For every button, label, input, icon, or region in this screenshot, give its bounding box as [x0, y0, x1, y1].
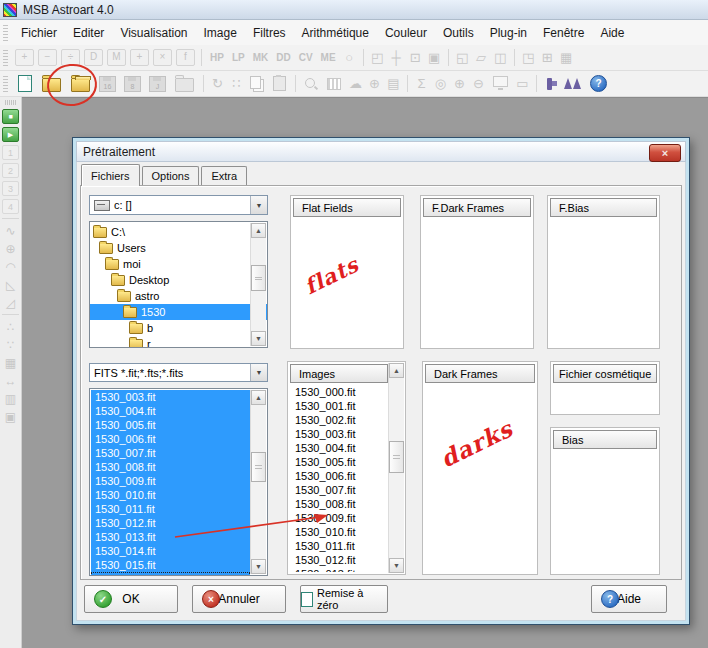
file-list[interactable]: 1530_003.fit1530_004.fit1530_005.fit1530…	[89, 388, 268, 576]
preset-2-button[interactable]: 2	[2, 163, 19, 178]
arc-select-button[interactable]: ◠	[2, 259, 19, 274]
dropdown-arrow-icon[interactable]: ▼	[250, 196, 267, 214]
function-button[interactable]: f	[176, 49, 195, 66]
preset-1-button[interactable]: 1	[2, 145, 19, 160]
zoom-in-button[interactable]: ⊕	[450, 75, 469, 93]
triangle-select-button[interactable]: ◺	[2, 277, 19, 292]
subtract-button[interactable]: −	[38, 49, 57, 66]
bias-header-button[interactable]: Bias	[553, 430, 657, 449]
save-16bit-button[interactable]: 16	[99, 76, 116, 92]
multiply-button[interactable]: ×	[153, 49, 172, 66]
crosshair-select-button[interactable]: ┼	[387, 49, 406, 67]
scroll-up-icon[interactable]: ▲	[389, 363, 404, 378]
curves-tool-button[interactable]: ∿	[2, 223, 19, 238]
scroll-down-icon[interactable]: ▼	[251, 559, 266, 574]
file-item[interactable]: 1530_012.fit	[91, 516, 250, 530]
rect-select-button[interactable]: ⊡	[406, 49, 425, 67]
tab-options[interactable]: Options	[142, 166, 200, 185]
file-item[interactable]: 1530_011.fit	[91, 502, 250, 516]
folder-tree-item[interactable]: Desktop	[90, 272, 267, 288]
scrollbar-thumb[interactable]	[389, 441, 404, 473]
help-button[interactable]: ?	[590, 75, 607, 92]
reset-button[interactable]: Remise à zéro	[300, 585, 388, 613]
image-item[interactable]: 1530_008.fit	[290, 497, 388, 511]
dialog-titlebar[interactable]: Prétraitement ×	[76, 141, 686, 162]
open-multiple-images-button[interactable]	[71, 78, 90, 92]
file-filter-combobox[interactable]: FITS *.fit;*.fts;*.fits ▼	[89, 363, 268, 382]
close-icon[interactable]: ×	[649, 144, 681, 162]
file-item[interactable]: 1530_005.fit	[91, 418, 250, 432]
drive-combobox[interactable]: c: [] ▼	[89, 195, 268, 215]
offset-add-button[interactable]: +	[130, 49, 149, 66]
menu-item[interactable]: Visualisation	[112, 23, 195, 43]
tile-horizontal-button[interactable]: ◳	[519, 49, 538, 67]
scroll-up-icon[interactable]: ▲	[251, 223, 266, 238]
play-script-button[interactable]: ▶	[2, 127, 19, 142]
highpass-filter-button[interactable]: HP	[206, 52, 228, 63]
toolbar-grip-handle[interactable]	[3, 49, 8, 66]
dark-frames-header-button[interactable]: Dark Frames	[425, 364, 535, 383]
menu-item[interactable]: Plug-in	[482, 23, 535, 43]
batch-process-button[interactable]: ∷	[227, 75, 246, 93]
new-image-button[interactable]	[18, 75, 32, 92]
image-item[interactable]: 1530_006.fit	[290, 469, 388, 483]
image-item[interactable]: 1530_012.fit	[290, 553, 388, 567]
image-item[interactable]: 1530_004.fit	[290, 441, 388, 455]
fullscreen-button[interactable]	[493, 76, 508, 87]
image-item[interactable]: 1530_009.fit	[290, 511, 388, 525]
file-item[interactable]: 1530_010.fit	[91, 488, 250, 502]
split-view-button[interactable]: ◫	[491, 49, 510, 67]
median-filter-button[interactable]: ME	[317, 52, 340, 63]
add-button[interactable]: +	[15, 49, 34, 66]
paste-button[interactable]	[273, 76, 286, 91]
image-item[interactable]: 1530_001.fit	[290, 399, 388, 413]
mask-filter-button[interactable]: MK	[249, 52, 273, 63]
image-item[interactable]: 1530_010.fit	[290, 525, 388, 539]
lowpass-filter-button[interactable]: LP	[228, 52, 249, 63]
align-tool-button[interactable]: ∵	[2, 337, 19, 352]
image-item[interactable]: 1530_005.fit	[290, 455, 388, 469]
menu-item[interactable]: Outils	[435, 23, 482, 43]
f-bias-header-button[interactable]: F.Bias	[550, 198, 657, 217]
image-item[interactable]: 1530_002.fit	[290, 413, 388, 427]
tree-scrollbar[interactable]: ▲ ▼	[250, 223, 266, 346]
menu-item[interactable]: Image	[196, 23, 245, 43]
folder-tree-item[interactable]: b	[90, 320, 267, 336]
radial-filter-button[interactable]: ○	[340, 49, 359, 67]
window-titlebar[interactable]: MSB Astroart 4.0	[0, 0, 708, 20]
folder-tree-item[interactable]: r	[90, 336, 267, 348]
file-item[interactable]: 1530_008.fit	[91, 460, 250, 474]
image-item[interactable]: 1530_000.fit	[290, 385, 388, 399]
bias-list[interactable]	[553, 451, 657, 572]
folder-tree-item[interactable]: C:\	[90, 224, 267, 240]
record-script-button[interactable]: ■	[2, 109, 19, 124]
dark-frames-list[interactable]	[425, 385, 535, 572]
file-item[interactable]: 1530_003.fit	[91, 390, 250, 404]
menu-item[interactable]: Filtres	[245, 23, 294, 43]
flat-fields-header-button[interactable]: Flat Fields	[293, 198, 401, 217]
new-window-button[interactable]: ◰	[368, 49, 387, 67]
ddp-filter-button[interactable]: DD	[272, 52, 294, 63]
file-item[interactable]: 1530_006.fit	[91, 432, 250, 446]
dark-subtract-button[interactable]: D	[84, 49, 103, 66]
image-info-button[interactable]: ▤	[384, 75, 403, 93]
folder-tree-item[interactable]: 1530	[90, 304, 267, 320]
images-list[interactable]: 1530_000.fit1530_001.fit1530_002.fit1530…	[290, 385, 388, 572]
folder-tree-item[interactable]: Users	[90, 240, 267, 256]
resize-tool-button[interactable]: ↔	[2, 373, 19, 388]
plugin-button[interactable]	[547, 78, 552, 90]
file-item[interactable]: 1530_007.fit	[91, 446, 250, 460]
menu-item[interactable]: Fichier	[13, 23, 65, 43]
fit-window-button[interactable]: ▭	[513, 75, 532, 93]
menubar-grip-handle[interactable]	[3, 24, 8, 41]
cosmetic-file-list[interactable]	[553, 385, 657, 412]
zoom-out-button[interactable]: ⊖	[469, 75, 488, 93]
menu-item[interactable]: Fenêtre	[535, 23, 592, 43]
duplicate-window-button[interactable]: ◱	[453, 49, 472, 67]
blink-tool-button[interactable]: ∴	[2, 319, 19, 334]
scrollbar-thumb[interactable]	[251, 452, 266, 482]
visualization-button[interactable]: ◎	[431, 75, 450, 93]
scroll-down-icon[interactable]: ▼	[251, 331, 266, 346]
folder-tree-item[interactable]: astro	[90, 288, 267, 304]
image-item[interactable]: 1530_003.fit	[290, 427, 388, 441]
